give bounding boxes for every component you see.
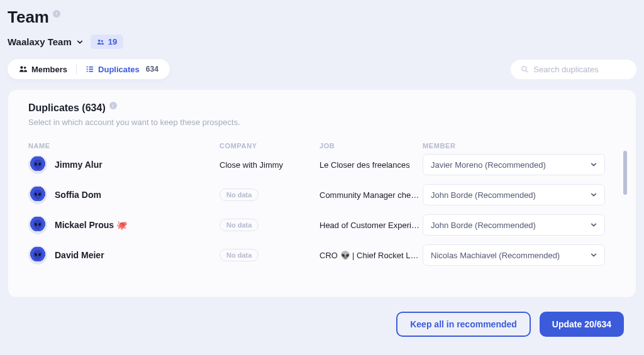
table-row: Mickael Prous 🐙No dataHead of Customer E… — [28, 210, 616, 240]
col-name: NAME — [28, 142, 217, 150]
list-icon — [86, 65, 94, 74]
team-name: Waalaxy Team — [8, 36, 72, 47]
col-job: JOB — [319, 142, 420, 150]
avatar — [28, 246, 47, 265]
duplicates-panel: Duplicates (634) i Select in which accou… — [8, 89, 636, 298]
search-box[interactable] — [511, 60, 636, 79]
table-body: Jimmy AlurClose with JimmyLe Closer des … — [13, 150, 631, 275]
svg-rect-5 — [89, 67, 93, 68]
table-row: Soffia DomNo dataCommunity Manager chez…… — [28, 180, 616, 210]
table-row: Jimmy AlurClose with JimmyLe Closer des … — [28, 150, 616, 180]
tab-duplicates-label: Duplicates — [98, 65, 140, 74]
member-select[interactable]: Nicolas Machiavel (Recommended) — [423, 244, 605, 266]
chevron-down-icon — [591, 252, 597, 258]
member-select-value: John Borde (Recommended) — [431, 221, 536, 230]
member-select-value: John Borde (Recommended) — [431, 190, 536, 200]
company-cell: Close with Jimmy — [219, 160, 317, 170]
tabs: Members Duplicates 634 — [8, 59, 170, 79]
avatar — [28, 155, 47, 174]
info-icon[interactable]: i — [109, 102, 117, 109]
no-data-badge: No data — [219, 219, 258, 231]
prospect-name[interactable]: Jimmy Alur — [55, 160, 103, 170]
col-member: MEMBER — [423, 142, 616, 150]
table-header: NAME COMPANY JOB MEMBER — [13, 142, 631, 150]
member-select[interactable]: Javier Moreno (Recommended) — [423, 154, 605, 175]
svg-point-10 — [522, 67, 526, 71]
panel-subtitle: Select in which account you want to keep… — [28, 117, 616, 127]
job-cell: Community Manager chez… — [319, 190, 420, 200]
chevron-down-icon — [77, 39, 83, 45]
svg-line-11 — [526, 70, 527, 72]
avatar — [28, 185, 47, 204]
member-count: 19 — [108, 37, 117, 46]
job-cell: Le Closer des freelances — [319, 160, 420, 170]
svg-point-2 — [20, 66, 23, 68]
search-input[interactable] — [533, 65, 626, 74]
no-data-badge: No data — [219, 249, 258, 261]
svg-rect-7 — [89, 68, 93, 70]
panel-title: Duplicates (634) — [28, 102, 106, 114]
table-row: No data — [28, 270, 616, 275]
col-company: COMPANY — [219, 142, 317, 150]
member-select-value: Nicolas Machiavel (Recommended) — [431, 251, 560, 260]
fade-overlay — [9, 272, 635, 297]
update-button[interactable]: Update 20/634 — [540, 312, 624, 337]
tab-members-label: Members — [31, 65, 67, 74]
svg-point-4 — [87, 66, 88, 67]
people-icon — [97, 38, 104, 46]
tab-separator — [76, 64, 77, 74]
member-select[interactable]: John Borde (Recommended) — [423, 184, 605, 205]
svg-rect-9 — [89, 71, 93, 72]
member-select[interactable]: John Borde (Recommended) — [423, 214, 605, 236]
prospect-name[interactable]: Soffia Dom — [55, 190, 101, 200]
chevron-down-icon — [591, 161, 597, 168]
svg-point-6 — [87, 68, 88, 70]
emoji: 🐙 — [116, 220, 127, 230]
chevron-down-icon — [591, 222, 597, 228]
keep-all-button[interactable]: Keep all in recommended — [396, 312, 531, 337]
member-select-value: Javier Moreno (Recommended) — [431, 160, 546, 170]
people-icon — [19, 65, 28, 74]
page-title: Team — [8, 8, 49, 27]
svg-point-1 — [101, 40, 103, 41]
prospect-name[interactable]: David Meier — [55, 250, 104, 260]
tab-members[interactable]: Members — [19, 65, 67, 74]
tab-duplicates-count: 634 — [146, 65, 158, 74]
svg-point-0 — [98, 39, 101, 41]
team-selector[interactable]: Waalaxy Team — [8, 36, 83, 47]
svg-point-3 — [24, 67, 26, 69]
job-cell: Head of Customer Experie… — [319, 221, 420, 230]
footer-actions: Keep all in recommended Update 20/634 — [8, 312, 636, 337]
avatar — [28, 216, 47, 234]
table-row: David MeierNo dataCRO 👽 | Chief Rocket L… — [28, 240, 616, 270]
prospect-name[interactable]: Mickael Prous 🐙 — [55, 220, 127, 230]
job-cell: CRO 👽 | Chief Rocket Le… — [319, 251, 420, 260]
chevron-down-icon — [591, 192, 597, 198]
svg-point-8 — [87, 70, 88, 72]
tab-duplicates[interactable]: Duplicates 634 — [86, 65, 158, 74]
info-icon[interactable]: i — [53, 10, 60, 18]
search-icon — [521, 65, 528, 74]
no-data-badge: No data — [219, 188, 258, 201]
scrollbar-thumb[interactable] — [623, 151, 627, 195]
member-count-badge[interactable]: 19 — [91, 35, 123, 49]
